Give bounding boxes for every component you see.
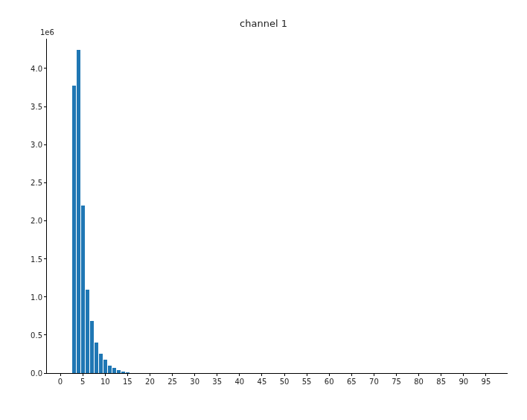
x-tick-label: 40: [234, 378, 244, 386]
y-tick: [44, 182, 47, 183]
y-tick: [44, 296, 47, 297]
x-tick: [441, 373, 441, 376]
y-tick: [44, 144, 47, 145]
x-tick-label: 15: [123, 378, 132, 386]
x-tick-label: 90: [459, 378, 468, 386]
x-tick: [60, 373, 61, 376]
bar: [103, 360, 107, 373]
x-tick-label: 75: [392, 378, 401, 386]
y-tick-label: 1.5: [31, 255, 42, 263]
x-tick-label: 95: [482, 378, 491, 386]
figure: channel 1 1e6 0.00.51.01.52.02.53.03.54.…: [0, 0, 527, 420]
bar: [81, 206, 85, 373]
y-tick: [44, 258, 47, 259]
y-tick-label: 0.0: [31, 369, 42, 378]
x-tick-label: 55: [302, 378, 312, 386]
x-tick: [150, 373, 150, 376]
x-tick-label: 80: [414, 378, 424, 386]
bar: [72, 86, 76, 373]
axes-area: 0.00.51.01.52.02.53.03.54.0 051015202530…: [46, 39, 508, 374]
x-tick: [463, 373, 464, 376]
x-tick-label: 10: [100, 378, 110, 386]
x-tick-label: 0: [58, 378, 63, 386]
y-tick-label: 3.0: [31, 141, 42, 149]
x-tick-label: 25: [167, 378, 177, 386]
y-tick: [44, 220, 47, 221]
y-exponent-label: 1e6: [40, 28, 54, 36]
x-tick-label: 5: [80, 378, 85, 386]
bar: [112, 368, 116, 373]
x-tick: [418, 373, 419, 376]
x-tick: [374, 373, 374, 376]
bar: [121, 372, 125, 373]
x-tick: [239, 373, 240, 376]
x-tick: [485, 373, 486, 376]
y-tick: [44, 106, 47, 107]
y-tick-label: 2.5: [31, 179, 42, 187]
x-tick: [172, 373, 173, 376]
chart-title: channel 1: [0, 18, 527, 29]
x-tick: [396, 373, 397, 376]
x-tick: [351, 373, 352, 376]
y-tick: [44, 68, 47, 69]
bar: [77, 50, 80, 373]
x-tick: [261, 373, 262, 376]
bar: [117, 370, 121, 373]
x-tick-label: 50: [280, 378, 290, 386]
x-tick-label: 85: [436, 378, 446, 386]
x-tick-label: 65: [347, 378, 357, 386]
x-tick-label: 70: [369, 378, 379, 386]
x-tick: [127, 373, 128, 376]
x-tick-label: 60: [325, 378, 334, 386]
bar: [90, 321, 94, 373]
x-tick-label: 45: [258, 378, 267, 386]
x-tick: [105, 373, 106, 376]
x-tick-label: 20: [145, 378, 155, 386]
bar: [95, 343, 98, 373]
x-tick: [194, 373, 195, 376]
x-tick: [217, 373, 217, 376]
y-tick-label: 2.0: [31, 217, 42, 225]
y-tick-label: 4.0: [31, 64, 42, 72]
x-tick-label: 35: [212, 378, 222, 386]
bar: [99, 354, 103, 373]
x-tick: [83, 373, 83, 376]
x-tick: [307, 373, 307, 376]
y-tick-label: 3.5: [31, 103, 42, 111]
y-tick: [44, 373, 47, 374]
bar: [86, 290, 89, 374]
x-tick: [329, 373, 330, 376]
x-tick: [284, 373, 285, 376]
y-tick-label: 0.5: [31, 331, 42, 339]
y-tick: [44, 334, 47, 335]
y-tick-label: 1.0: [31, 293, 42, 301]
bar: [108, 366, 112, 373]
x-tick-label: 30: [190, 378, 199, 386]
